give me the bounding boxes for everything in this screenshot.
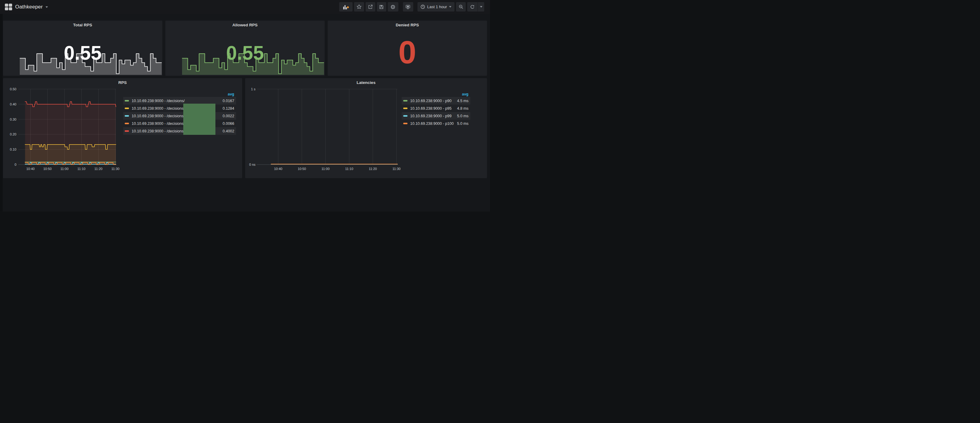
series-avg-value: 4.8 ms — [457, 106, 468, 111]
svg-text:11:10: 11:10 — [77, 167, 86, 171]
panel-denied-rps: Denied RPS 0 — [328, 21, 487, 76]
grafana-dashboard: Oathkeeper — [0, 0, 490, 211]
series-color-dash — [125, 123, 129, 124]
svg-text:11:10: 11:10 — [345, 167, 353, 171]
legend-row[interactable]: 10.10.69.238:9000 - p100 5.0 ms — [402, 120, 470, 127]
add-panel-button[interactable] — [339, 2, 353, 11]
cycle-view-mode-button[interactable] — [403, 2, 413, 11]
svg-text:10:50: 10:50 — [298, 167, 306, 171]
series-color-dash — [125, 100, 129, 101]
svg-text:11:20: 11:20 — [94, 167, 103, 171]
panel-latencies: Latencies 10:4010:5011:0011:1011:2011:30… — [245, 78, 487, 178]
dashboard-title-dropdown[interactable]: Oathkeeper — [15, 0, 48, 14]
chevron-down-icon — [449, 6, 452, 8]
svg-text:0: 0 — [14, 163, 16, 166]
panel-title[interactable]: Denied RPS — [328, 23, 487, 27]
series-name: 10.10.69.238:9000 - p90 — [410, 99, 455, 103]
allowed-rps-value: 0.55 — [165, 42, 325, 64]
panel-allowed-rps: Allowed RPS 0.55 — [165, 21, 325, 76]
gear-icon — [390, 4, 396, 10]
share-icon — [368, 4, 373, 10]
svg-text:11:30: 11:30 — [111, 167, 119, 171]
series-avg-value: 5.0 ms — [457, 114, 468, 118]
panel-rps: RPS 10:4010:5011:0011:1011:2011:3000.100… — [3, 78, 242, 178]
settings-button[interactable] — [388, 2, 398, 11]
rps-legend: avg 10.10.69.238:9000 - /decisions/ 0.01… — [123, 92, 236, 135]
panel-title[interactable]: RPS — [3, 80, 242, 85]
series-name: 10.10.69.238:9000 - p95 — [410, 106, 455, 111]
svg-text:0.40: 0.40 — [10, 102, 16, 106]
svg-text:0.20: 0.20 — [10, 132, 16, 136]
zoom-out-button[interactable] — [456, 2, 466, 11]
svg-text:0.50: 0.50 — [10, 87, 16, 91]
svg-text:0.30: 0.30 — [10, 117, 16, 121]
latencies-legend: avg 10.10.69.238:9000 - p90 4.5 ms 10.10… — [402, 92, 470, 127]
series-avg-value: 5.0 ms — [457, 122, 468, 126]
legend-row[interactable]: 10.10.69.238:9000 - p95 4.8 ms — [402, 105, 470, 112]
refresh-icon — [470, 5, 475, 10]
denied-rps-value: 0 — [328, 34, 487, 71]
navbar: Oathkeeper — [0, 0, 490, 14]
total-rps-value: 0.55 — [3, 42, 162, 64]
svg-text:0.10: 0.10 — [10, 147, 16, 151]
svg-text:11:30: 11:30 — [393, 167, 401, 171]
svg-text:11:00: 11:00 — [60, 167, 68, 171]
series-color-dash — [125, 108, 129, 109]
refresh-interval-dropdown[interactable] — [478, 2, 484, 11]
panel-total-rps: Total RPS 0.55 — [3, 21, 162, 76]
legend-row[interactable]: 10.10.69.238:9000 - /decisions/ 0.0066 — [123, 120, 236, 127]
chevron-down-icon — [46, 6, 48, 8]
zoom-out-icon — [458, 4, 464, 10]
panel-title[interactable]: Latencies — [245, 80, 487, 85]
save-button[interactable] — [377, 2, 386, 11]
svg-text:11:20: 11:20 — [369, 167, 377, 171]
grafana-logo[interactable] — [5, 4, 12, 10]
series-color-dash — [403, 123, 407, 124]
panel-title[interactable]: Total RPS — [3, 23, 162, 27]
legend-avg-header[interactable]: avg — [402, 92, 470, 97]
series-avg-value: 0.4002 — [223, 129, 234, 133]
legend-overlay-green-box — [183, 104, 215, 135]
time-range-picker[interactable]: Last 1 hour — [417, 2, 455, 11]
series-name: 10.10.69.238:9000 - /decisions/ — [132, 99, 220, 103]
refresh-split-button — [467, 2, 484, 11]
series-color-dash — [125, 130, 129, 132]
svg-text:1 s: 1 s — [251, 87, 256, 91]
clock-icon — [420, 5, 425, 9]
legend-row[interactable]: 10.10.69.238:9000 - /decisions/ 0.4002 — [123, 127, 236, 135]
series-color-dash — [403, 115, 407, 117]
chevron-down-icon — [480, 6, 482, 8]
series-avg-value: 0.0066 — [223, 122, 234, 126]
save-icon — [379, 5, 384, 10]
legend-row[interactable]: 10.10.69.238:9000 - /decisions/ 0.1284 — [123, 105, 236, 112]
dashboard-title: Oathkeeper — [15, 4, 43, 10]
series-avg-value: 0.0022 — [223, 114, 234, 118]
sidebar-edge — [0, 0, 3, 211]
legend-row[interactable]: 10.10.69.238:9000 - p90 4.5 ms — [402, 97, 470, 105]
series-name: 10.10.69.238:9000 - p99 — [410, 114, 455, 118]
svg-text:10:40: 10:40 — [274, 167, 282, 171]
bar-chart-plus-icon — [343, 4, 349, 10]
monitor-icon — [405, 5, 410, 10]
legend-avg-header[interactable]: avg — [123, 92, 236, 97]
favorite-button[interactable] — [354, 2, 364, 11]
legend-row[interactable]: 10.10.69.238:9000 - p99 5.0 ms — [402, 112, 470, 120]
series-color-dash — [403, 100, 407, 101]
series-color-dash — [403, 108, 407, 109]
series-color-dash — [125, 115, 129, 117]
svg-text:0 ns: 0 ns — [249, 163, 256, 166]
svg-text:11:00: 11:00 — [321, 167, 330, 171]
series-name: 10.10.69.238:9000 - p100 — [410, 122, 455, 126]
legend-row[interactable]: 10.10.69.238:9000 - /decisions/ 0.0167 — [123, 97, 236, 105]
series-avg-value: 0.0167 — [223, 99, 234, 103]
refresh-button[interactable] — [467, 2, 477, 11]
svg-text:10:50: 10:50 — [43, 167, 52, 171]
star-icon — [356, 4, 362, 10]
series-avg-value: 4.5 ms — [457, 99, 468, 103]
series-avg-value: 0.1284 — [223, 106, 234, 111]
panel-title[interactable]: Allowed RPS — [165, 23, 325, 27]
legend-row[interactable]: 10.10.69.238:9000 - /decisions/ 0.0022 — [123, 112, 236, 120]
share-button[interactable] — [366, 2, 375, 11]
time-range-label: Last 1 hour — [427, 5, 447, 9]
svg-text:10:40: 10:40 — [26, 167, 35, 171]
